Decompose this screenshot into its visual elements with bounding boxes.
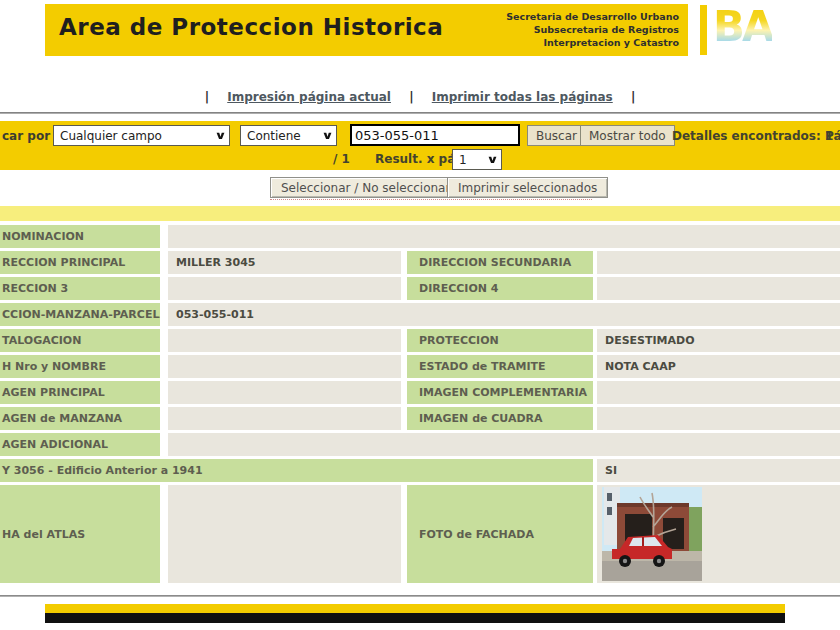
field-label: PROTECCION [407, 329, 593, 352]
table-row: HA del ATLAS FOTO de FACHADA [0, 485, 840, 583]
field-label: RECCION PRINCIPAL [0, 251, 160, 274]
table-row: Y 3056 - Edificio Anterior a 1941 SI [0, 459, 840, 482]
field-label: TALOGACION [0, 329, 160, 352]
ba-logo: BA [713, 2, 772, 51]
table-row: AGEN de MANZANA IMAGEN de CUADRA [0, 407, 840, 430]
field-label: Y 3056 - Edificio Anterior a 1941 [0, 459, 593, 482]
field-label: AGEN ADICIONAL [0, 433, 160, 456]
field-value: 053-055-011 [168, 303, 840, 326]
results-count-text: Detalles encontrados: 1 [672, 129, 833, 143]
field-label: FOTO de FACHADA [407, 485, 593, 583]
field-value [168, 355, 401, 378]
field-value: SI [597, 459, 840, 482]
table-row: NOMINACION [0, 225, 840, 248]
print-current-page-link[interactable]: Impresión página actual [227, 90, 391, 104]
footer-yellow-stripe [45, 604, 785, 613]
field-value [168, 277, 401, 300]
field-value [597, 277, 840, 300]
filter-by-label: car por [2, 129, 50, 143]
operator-select-value: Contiene [247, 129, 301, 143]
field-value [597, 485, 840, 583]
table-row: TALOGACION PROTECCION DESESTIMADO [0, 329, 840, 352]
subtitle-line-2: Subsecretaria de Registros [506, 24, 679, 37]
page-total-text: / 1 [333, 152, 350, 166]
separator: | [205, 90, 209, 104]
subtitle-line-3: Interpretacion y Catastro [506, 37, 679, 50]
field-value [168, 407, 401, 430]
operator-select[interactable]: Contiene ∨ [240, 125, 337, 146]
field-label: HA del ATLAS [0, 485, 160, 583]
field-value [168, 329, 401, 352]
field-select-value: Cualquier campo [60, 129, 162, 143]
field-label: AGEN de MANZANA [0, 407, 160, 430]
facade-photo-thumbnail[interactable] [602, 487, 702, 581]
separator: | [631, 90, 635, 104]
search-toolbar: car por Cualquier campo ∨ Contiene ∨ Bus… [0, 121, 840, 170]
header-subtitle: Secretaria de Desarrollo Urbano Subsecre… [506, 11, 679, 49]
field-label: IMAGEN COMPLEMENTARIA [407, 381, 593, 404]
field-value [168, 381, 401, 404]
separator: | [409, 90, 413, 104]
field-value [597, 251, 840, 274]
field-label: H Nro y NOMBRE [0, 355, 160, 378]
field-label: AGEN PRINCIPAL [0, 381, 160, 404]
header-divider-bar [700, 5, 707, 55]
pale-yellow-band [0, 206, 840, 221]
field-value: MILLER 3045 [168, 251, 401, 274]
chevron-down-icon: ∨ [486, 153, 499, 166]
header-banner: Area de Proteccion Historica Secretaria … [45, 4, 688, 56]
field-value [168, 485, 401, 583]
field-label: DIRECCION 4 [407, 277, 593, 300]
page-title: Area de Proteccion Historica [59, 14, 443, 40]
table-row: AGEN PRINCIPAL IMAGEN COMPLEMENTARIA [0, 381, 840, 404]
subtitle-line-1: Secretaria de Desarrollo Urbano [506, 11, 679, 24]
chevron-down-icon: ∨ [214, 129, 227, 142]
search-button[interactable]: Buscar [527, 125, 586, 146]
print-selected-button[interactable]: Imprimir seleccionados [447, 177, 608, 198]
field-label: RECCION 3 [0, 277, 160, 300]
page: Area de Proteccion Historica Secretaria … [0, 0, 840, 630]
table-row: RECCION PRINCIPAL MILLER 3045 DIRECCION … [0, 251, 840, 274]
dotted-divider [270, 199, 592, 200]
table-row: H Nro y NOMBRE ESTADO de TRAMITE NOTA CA… [0, 355, 840, 378]
field-label: NOMINACION [0, 225, 160, 248]
show-all-button[interactable]: Mostrar todo [580, 125, 675, 146]
table-row: RECCION 3 DIRECCION 4 [0, 277, 840, 300]
field-label: IMAGEN de CUADRA [407, 407, 593, 430]
field-select[interactable]: Cualquier campo ∨ [53, 125, 230, 146]
field-value [597, 407, 840, 430]
footer-black-stripe [45, 613, 785, 623]
field-value [168, 433, 840, 456]
table-row: AGEN ADICIONAL [0, 433, 840, 456]
footer-rule [0, 595, 840, 597]
field-value: DESESTIMADO [597, 329, 840, 352]
horizontal-rule [0, 112, 840, 114]
print-all-pages-link[interactable]: Imprimir todas las páginas [432, 90, 613, 104]
field-value [597, 381, 840, 404]
field-label: ESTADO de TRAMITE [407, 355, 593, 378]
page-label-truncated: Pá [825, 129, 840, 143]
chevron-down-icon: ∨ [321, 129, 334, 142]
field-label: CCION-MANZANA-PARCELA [0, 303, 160, 326]
per-page-select-value: 1 [459, 153, 467, 167]
field-value: NOTA CAAP [597, 355, 840, 378]
per-page-select[interactable]: 1 ∨ [452, 149, 502, 170]
table-row: CCION-MANZANA-PARCELA 053-055-011 [0, 303, 840, 326]
print-links-bar: | Impresión página actual | Imprimir tod… [0, 90, 840, 104]
search-query-input[interactable] [350, 124, 520, 146]
field-label: DIRECCION SECUNDARIA [407, 251, 593, 274]
field-value [168, 225, 840, 248]
